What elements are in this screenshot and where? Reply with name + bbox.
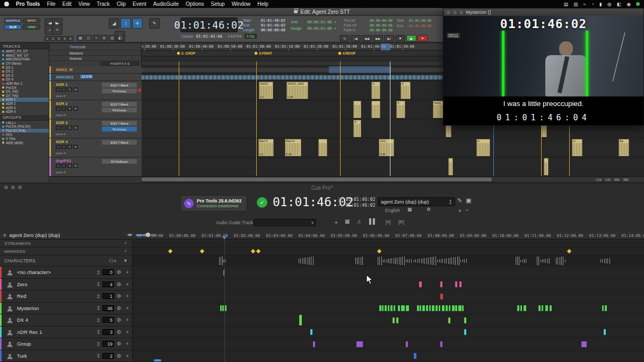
tracks-header[interactable]: TRACKS: [0, 43, 49, 49]
sidebar-item-dx-fill2[interactable]: DX_Fill2: [0, 94, 49, 98]
menu-item-view[interactable]: View: [79, 1, 90, 7]
value[interactable]: 00:00:00:00: [370, 19, 393, 23]
settings-gear-icon[interactable]: ⚙: [427, 207, 431, 212]
cue-clip[interactable]: [310, 329, 312, 335]
cue-marker-diamond[interactable]: [200, 249, 204, 253]
record-enable-button[interactable]: ●: [56, 145, 60, 149]
add-streamer-button[interactable]: +: [124, 241, 129, 246]
track-view-selector[interactable]: wave ▾: [56, 132, 66, 136]
insert-chip-procomp[interactable]: ProComp: [102, 89, 137, 93]
character-row-dx-4[interactable]: DX 4Σ5⚙+: [0, 314, 133, 326]
toolbar-toggle-icon[interactable]: ▦: [77, 35, 84, 41]
character-settings-gear-icon[interactable]: ⚙: [117, 341, 121, 347]
toolbar-toggle-icon[interactable]: ▥: [109, 35, 116, 41]
audio-guide-dropdown[interactable]: ▾: [254, 219, 316, 226]
mode-slip[interactable]: SLIP: [4, 24, 22, 30]
sidebar-item-adr-3[interactable]: ADR 3: [0, 105, 49, 110]
sidebar-item-prd-dx[interactable]: Prd DX: [0, 85, 49, 90]
grid-field-value[interactable]: 00:00:01:00 ▾: [307, 20, 336, 24]
cue-clip[interactable]: [225, 305, 227, 311]
trim-tool[interactable]: ◢: [109, 18, 119, 29]
audio-clip[interactable]: [318, 139, 327, 156]
zoom-preset-button[interactable]: ⇕1: [613, 178, 621, 182]
cue-marker-diamond[interactable]: [256, 249, 260, 253]
character-row--no-character-[interactable]: <no character>Σ0⚙+: [0, 267, 133, 279]
cue-clip[interactable]: [419, 281, 422, 287]
meter-icon[interactable]: ♫: [357, 218, 361, 224]
audio-clip-bad-g[interactable]: Bad G0 d: [258, 139, 274, 156]
menu-item-options[interactable]: Options: [186, 1, 204, 7]
lock-record-icon[interactable]: ▌▌: [369, 218, 377, 224]
cue-clip[interactable]: [439, 305, 440, 311]
filter-funnel-icon[interactable]: ▼: [123, 258, 128, 263]
language-label[interactable]: English: [385, 208, 400, 213]
cue-clip[interactable]: [393, 317, 395, 323]
cue-clip[interactable]: [414, 353, 416, 359]
add-character-icon[interactable]: ⚇+: [109, 258, 117, 264]
cue-marker-diamond[interactable]: [567, 249, 571, 253]
zoom-preset-button[interactable]: ⇕2: [622, 178, 630, 182]
cue-clip[interactable]: [452, 305, 455, 311]
audio-clip-1t[interactable]: 1t: [572, 139, 582, 156]
cue-clip[interactable]: [440, 341, 442, 347]
cue-clip[interactable]: [455, 281, 457, 287]
cue-clip[interactable]: [581, 341, 587, 347]
menu-item-edit[interactable]: Edit: [63, 1, 72, 7]
grid-field[interactable]: Grid00:00:01:00 ▾: [291, 20, 336, 24]
character-lane-group[interactable]: [133, 338, 644, 350]
solo-button[interactable]: S: [67, 126, 72, 130]
transport-ffw-button[interactable]: ▶▶: [373, 35, 383, 41]
clapper-icon[interactable]: ▦: [345, 218, 350, 224]
bottom-h-scroll-thumb[interactable]: [154, 359, 161, 361]
cue-clip[interactable]: [356, 341, 363, 347]
character-lane-zero[interactable]: [133, 279, 644, 291]
character-lane-turk[interactable]: [133, 350, 644, 362]
post-roll-field[interactable]: Post-roll00:00:00:00: [344, 23, 393, 28]
add-icon[interactable]: ＋: [333, 218, 339, 226]
group-item-pdd-dx-pdt-[interactable]: Pdd DX (Pdt): [0, 129, 49, 133]
audio-clip[interactable]: [448, 158, 453, 175]
toolbar-toggle-icon[interactable]: ◫: [85, 35, 92, 41]
character-settings-gear-icon[interactable]: ⚙: [117, 317, 121, 323]
mode-shuffle[interactable]: SHUFFLE: [4, 18, 22, 23]
character-settings-gear-icon[interactable]: ⚙: [117, 281, 121, 287]
hash-chip[interactable]: [#]: [386, 219, 390, 225]
insert-chip-procomp[interactable]: ProComp: [102, 108, 137, 112]
track-view-selector[interactable]: wave ▾: [56, 113, 66, 117]
character-lane-mysterion[interactable]: [133, 303, 644, 315]
sidebar-item-adr-4[interactable]: ADR 4: [0, 110, 49, 114]
cue-ruler[interactable]: 00:59:00.0001:00:00.0001:01:00.0001:02:0…: [0, 231, 644, 240]
record-enable-button[interactable]: ●: [56, 87, 60, 92]
delay-chip[interactable]: 0 Dly: [245, 34, 257, 39]
character-row-turk[interactable]: TurkΣ2⚙+: [0, 350, 133, 362]
track-controls-amxz601[interactable]: AMXZ60123.976: [49, 74, 142, 81]
track-view-selector[interactable]: wave ▾: [56, 94, 66, 98]
zoom-preset-4[interactable]: 4: [62, 36, 67, 41]
transport-play-button[interactable]: ▶: [406, 35, 416, 41]
insert-chip-eq3-7-band[interactable]: EQ3 7-Band: [102, 140, 137, 145]
cue-clip[interactable]: [440, 294, 443, 299]
solo-button[interactable]: S: [67, 164, 72, 168]
zoom-preset-2[interactable]: 2: [50, 36, 56, 41]
cue-marker-diamond[interactable]: [377, 249, 381, 253]
character-lane--no-character-[interactable]: [133, 267, 644, 279]
audio-clip-1011[interactable]: 10110 dB: [379, 139, 394, 156]
group-item--all-[interactable]: <ALL>: [0, 121, 49, 125]
zoom-preset-3[interactable]: 3: [56, 36, 62, 41]
insert-chip-procomp[interactable]: ProComp: [102, 127, 137, 131]
battery-icon[interactable]: ▮: [599, 2, 602, 7]
marker-diamond[interactable]: [254, 51, 258, 55]
cue-clip[interactable]: [426, 305, 428, 311]
markers-lane[interactable]: [133, 248, 644, 255]
cue-clip[interactable]: [538, 305, 541, 311]
menu-item-file[interactable]: File: [47, 1, 55, 7]
cue-clip[interactable]: [459, 281, 462, 287]
wifi-icon[interactable]: ◔: [591, 2, 594, 7]
add-line-button[interactable]: +: [126, 317, 129, 323]
selection-value[interactable]: 01:01:46:02: [261, 23, 285, 28]
cue-marker-diamond[interactable]: [251, 249, 255, 253]
track-name[interactable]: AMXZ601: [56, 75, 74, 80]
cue-clip[interactable]: [464, 329, 466, 335]
track-controls-adr-1[interactable]: ADR 1●ΙSMwave ▾EQ3 7-BandProComp: [49, 81, 142, 100]
audio-clip-amxz-1803[interactable]: AMXZ_18030 dB: [286, 82, 308, 99]
